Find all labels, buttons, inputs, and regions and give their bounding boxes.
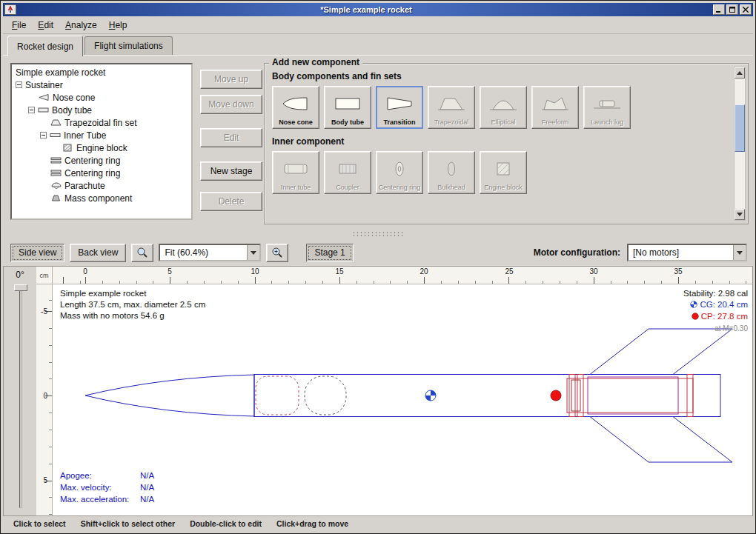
rocket-canvas[interactable]: Simple example rocket Length 37.5 cm, ma… [53, 284, 752, 515]
add-inner-tube-button[interactable]: Inner tube [272, 151, 319, 194]
maximize-button[interactable] [726, 4, 738, 15]
transition-icon [385, 89, 414, 119]
coupler-icon [333, 154, 362, 184]
add-component-group: Add new component Body components and fi… [264, 63, 749, 224]
cp-icon [692, 312, 699, 323]
menu-file[interactable]: File [6, 18, 32, 33]
tree-item-body-tube[interactable]: Body tube [12, 104, 191, 116]
add-body-tube-button[interactable]: Body tube [324, 86, 371, 129]
titlebar[interactable]: *Simple example rocket [3, 3, 753, 16]
flight-summary: Apogee:N/A Max. velocity:N/A Max. accele… [60, 470, 154, 505]
zoom-out-button[interactable] [131, 244, 153, 262]
add-nose-cone-button[interactable]: Nose cone [272, 86, 319, 129]
collapse-icon[interactable] [16, 81, 22, 88]
zoom-in-button[interactable] [266, 244, 288, 262]
inner-components-row: Inner tube Coupler Centering ring Bulkhe… [265, 151, 748, 194]
inner-tube-icon [281, 154, 311, 184]
scroll-down-icon[interactable] [735, 209, 745, 220]
ruler-unit-label: cm [36, 267, 53, 284]
vertical-ruler: -5 0 5 [36, 284, 53, 515]
tree-item-sustainer[interactable]: Sustainer [12, 79, 191, 91]
magnifier-icon [136, 247, 148, 258]
add-centering-ring-button[interactable]: Centering ring [376, 151, 423, 194]
tree-item-inner-tube[interactable]: Inner Tube [12, 129, 191, 141]
side-view-button[interactable]: Side view [10, 244, 64, 262]
stage-1-toggle[interactable]: Stage 1 [306, 244, 353, 262]
fin-icon [50, 119, 62, 127]
max-acceleration-row: Max. acceleration:N/A [60, 493, 154, 505]
back-view-button[interactable]: Back view [70, 244, 126, 262]
tab-rocket-design[interactable]: Rocket design [7, 36, 83, 56]
tree-item-engine-block[interactable]: Engine block [12, 141, 191, 154]
nose-cone-icon [281, 89, 311, 119]
add-trapezoidal-fin-button[interactable]: Trapezoidal [428, 86, 475, 129]
edit-button[interactable]: Edit [200, 128, 262, 147]
tree-item-centering-ring-1[interactable]: Centering ring [12, 154, 191, 167]
stability-info: Stability: 2.98 cal CG: 20.4 cm CP: 27.8… [683, 288, 748, 334]
add-bulkhead-button[interactable]: Bulkhead [428, 151, 475, 194]
horizontal-ruler: 0 5 10 15 20 25 30 35 [53, 267, 752, 284]
menu-help[interactable]: Help [103, 18, 133, 33]
splitter-grip-icon [352, 231, 404, 237]
add-engine-block-button[interactable]: Engine block [480, 151, 527, 194]
move-up-button[interactable]: Move up [200, 70, 262, 89]
hint-shift-click: Shift+click to select other [81, 519, 176, 528]
bulkhead-icon [437, 154, 466, 184]
scrollbar-thumb[interactable] [735, 104, 745, 152]
launch-lug-icon [592, 89, 622, 119]
nose-cone-icon [39, 93, 50, 101]
menu-edit[interactable]: Edit [32, 18, 59, 33]
zoom-select[interactable]: Fit (60.4%) [159, 244, 261, 261]
elliptical-fin-icon [488, 89, 518, 119]
rocket-mass: Mass with no motors 54.6 g [60, 310, 205, 321]
centering-ring-icon [385, 154, 414, 184]
rocket-dimensions: Length 37.5 cm, max. diameter 2.5 cm [60, 299, 205, 310]
collapse-icon[interactable] [40, 132, 47, 138]
add-launch-lug-button[interactable]: Launch lug [583, 86, 631, 129]
component-tree[interactable]: Simple example rocket Sustainer Nose con… [10, 63, 193, 220]
magnifier-icon [271, 247, 283, 258]
add-transition-button[interactable]: Transition [376, 86, 423, 129]
add-freeform-fin-button[interactable]: Freeform [531, 86, 579, 129]
rocket-name: Simple example rocket [60, 288, 205, 299]
add-elliptical-fin-button[interactable]: Elliptical [480, 86, 527, 129]
panel-splitter[interactable] [3, 229, 753, 239]
component-panel-scrollbar[interactable] [734, 67, 746, 221]
add-coupler-button[interactable]: Coupler [324, 151, 371, 194]
tree-item-fin-set[interactable]: Trapezoidal fin set [12, 116, 191, 129]
tab-flight-simulations[interactable]: Flight simulations [84, 36, 173, 56]
inner-tube-icon [50, 131, 61, 139]
chevron-down-icon[interactable] [247, 245, 259, 260]
apogee-row: Apogee:N/A [60, 470, 154, 481]
hint-double-click: Double-click to edit [190, 519, 262, 528]
collapse-icon[interactable] [28, 107, 35, 113]
scroll-up-icon[interactable] [735, 67, 745, 79]
tree-item-nose-cone[interactable]: Nose cone [12, 91, 191, 104]
max-velocity-row: Max. velocity:N/A [60, 481, 154, 493]
main-tabs: Rocket design Flight simulations [3, 34, 753, 56]
tree-item-rocket[interactable]: Simple example rocket [12, 66, 191, 79]
tree-item-mass-component[interactable]: Mass component [12, 192, 191, 204]
view-toolbar: Side view Back view Fit (60.4%) Stage 1 … [3, 239, 753, 266]
tree-item-centering-ring-2[interactable]: Centering ring [12, 167, 191, 179]
chevron-down-icon[interactable] [733, 245, 746, 260]
new-stage-button[interactable]: New stage [200, 161, 262, 181]
menu-analyze[interactable]: Analyze [59, 18, 103, 33]
engine-block-icon [488, 154, 518, 184]
cg-icon [690, 300, 697, 311]
minimize-button[interactable] [713, 4, 725, 15]
tree-item-parachute[interactable]: Parachute [12, 179, 191, 192]
inner-component-label: Inner component [272, 136, 748, 147]
rotation-value: 0° [4, 267, 36, 280]
rotation-slider-thumb[interactable] [14, 284, 27, 291]
engine-block-icon [62, 144, 73, 152]
motor-config-select[interactable]: [No motors] [627, 244, 747, 261]
close-button[interactable] [740, 4, 752, 15]
body-tube-icon [38, 106, 49, 114]
statusbar: Click to select Shift+click to select ot… [3, 516, 753, 530]
rotation-slider-track[interactable] [19, 286, 22, 508]
move-down-button[interactable]: Move down [200, 95, 262, 114]
body-components-label: Body components and fin sets [272, 71, 748, 81]
body-components-row: Nose cone Body tube Transition Trapezoid… [265, 86, 748, 129]
delete-button[interactable]: Delete [200, 192, 262, 211]
